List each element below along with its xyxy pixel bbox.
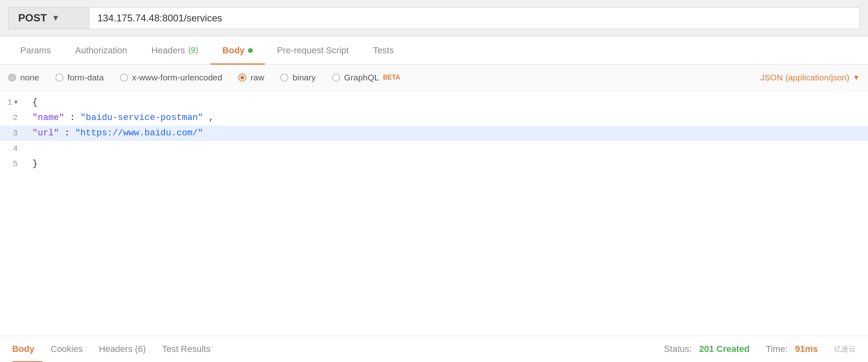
value-url: "https://www.baidu.com/"	[75, 128, 203, 138]
line-toggle-1[interactable]: ▼	[14, 95, 18, 110]
url-bar: POST ▼	[0, 0, 868, 36]
status-label: Status: 201 Created	[664, 344, 750, 354]
code-line-5: 5 }	[0, 156, 868, 172]
line-num-5: 5	[13, 156, 18, 172]
option-urlencoded-label: x-www-form-urlencoded	[132, 73, 222, 82]
option-binary-label: binary	[292, 73, 315, 82]
line-content-5: }	[24, 156, 38, 172]
line-content-3: "url" : "https://www.baidu.com/"	[24, 126, 203, 141]
option-urlencoded[interactable]: x-www-form-urlencoded	[120, 73, 222, 82]
radio-binary-icon	[280, 74, 288, 82]
watermark: 亿迷云	[834, 344, 856, 354]
bottom-tab-cookies-label: Cookies	[51, 344, 83, 354]
bottom-tab-headers[interactable]: Headers (6)	[91, 336, 154, 362]
method-chevron-icon: ▼	[52, 13, 60, 23]
status-bar: Body Cookies Headers (6) Test Results St…	[0, 336, 868, 362]
option-raw-label: raw	[250, 73, 264, 82]
line-num-3: 3	[13, 126, 18, 141]
url-input[interactable]	[89, 7, 860, 29]
line-number-4: 4	[0, 141, 24, 156]
tab-prerequest[interactable]: Pre-request Script	[265, 36, 361, 65]
tab-headers-badge: (9)	[188, 46, 198, 55]
tab-body[interactable]: Body	[210, 36, 265, 65]
radio-raw-icon	[238, 74, 246, 82]
tab-authorization-label: Authorization	[75, 45, 127, 56]
time-value: 91ms	[795, 344, 818, 354]
line-content-1: {	[24, 95, 38, 110]
tab-params[interactable]: Params	[8, 36, 63, 65]
line-number-1: 1 ▼	[0, 95, 24, 110]
bottom-tab-test-results-label: Test Results	[162, 344, 211, 354]
option-graphql-label: GraphQL	[344, 73, 379, 82]
tabs-row: Params Authorization Headers (9) Body Pr…	[0, 36, 868, 65]
body-dot-icon	[248, 48, 253, 53]
key-url: "url"	[32, 128, 59, 138]
bottom-tab-test-results[interactable]: Test Results	[154, 336, 219, 362]
option-raw[interactable]: raw	[238, 73, 264, 82]
tab-prerequest-label: Pre-request Script	[277, 45, 349, 56]
tab-tests[interactable]: Tests	[361, 36, 406, 65]
radio-graphql-icon	[332, 74, 340, 82]
tab-authorization[interactable]: Authorization	[63, 36, 139, 65]
bottom-tab-body-label: Body	[12, 344, 34, 354]
option-form-data[interactable]: form-data	[55, 73, 104, 82]
line-number-3: 3	[0, 126, 24, 141]
app-container: POST ▼ Params Authorization Headers (9) …	[0, 0, 868, 362]
method-dropdown[interactable]: POST ▼	[8, 7, 89, 29]
line-num-2: 2	[13, 110, 18, 126]
value-name: "baidu-service-postman"	[80, 113, 203, 123]
line-number-2: 2	[0, 110, 24, 126]
bottom-tab-body[interactable]: Body	[12, 336, 42, 362]
tab-headers-label: Headers	[151, 45, 185, 56]
code-line-4: 4	[0, 141, 868, 156]
tab-tests-label: Tests	[373, 45, 394, 56]
method-label: POST	[18, 12, 47, 24]
status-code: 201 Created	[699, 344, 749, 354]
option-none-label: none	[20, 73, 39, 82]
line-number-5: 5	[0, 156, 24, 172]
code-editor[interactable]: 1 ▼ { 2 "name" : "baidu-service-postman"…	[0, 91, 868, 336]
time-label-text: Time:	[766, 344, 788, 354]
key-name: "name"	[32, 113, 64, 123]
open-brace: {	[32, 97, 38, 107]
time-label: Time: 91ms	[766, 344, 818, 354]
line-content-2: "name" : "baidu-service-postman" ,	[24, 110, 214, 126]
body-options-row: none form-data x-www-form-urlencoded raw…	[0, 65, 868, 91]
code-line-1: 1 ▼ {	[0, 95, 868, 110]
close-brace: }	[32, 159, 38, 169]
tab-body-label: Body	[222, 45, 245, 56]
bottom-tab-cookies[interactable]: Cookies	[42, 336, 91, 362]
option-form-data-label: form-data	[68, 73, 104, 82]
bottom-tab-headers-label: Headers (6)	[99, 344, 146, 354]
status-label-text: Status:	[664, 344, 692, 354]
json-selector[interactable]: JSON (application/json) ▼	[760, 73, 860, 82]
option-none[interactable]: none	[8, 73, 39, 82]
radio-urlencoded-icon	[120, 74, 128, 82]
line-num-1: 1	[7, 95, 13, 110]
tab-headers[interactable]: Headers (9)	[139, 36, 210, 65]
radio-form-data-icon	[55, 74, 64, 82]
option-graphql[interactable]: GraphQL BETA	[332, 73, 400, 82]
json-chevron-icon: ▼	[853, 74, 860, 82]
status-info: Status: 201 Created Time: 91ms 亿迷云	[664, 344, 856, 354]
option-binary[interactable]: binary	[280, 73, 315, 82]
tab-params-label: Params	[20, 45, 51, 56]
code-line-2: 2 "name" : "baidu-service-postman" ,	[0, 110, 868, 126]
code-line-3: 3 "url" : "https://www.baidu.com/"	[0, 126, 868, 141]
radio-none-icon	[8, 74, 16, 82]
beta-badge: BETA	[383, 74, 400, 81]
line-num-4: 4	[13, 141, 18, 156]
json-selector-label: JSON (application/json)	[760, 73, 850, 82]
